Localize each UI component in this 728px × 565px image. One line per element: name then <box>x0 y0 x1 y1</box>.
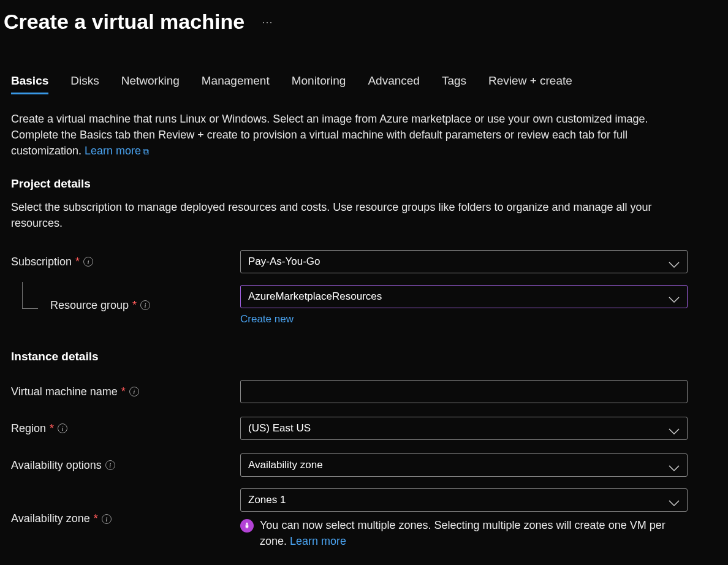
external-link-icon: ⧉ <box>143 146 149 156</box>
page-title: Create a virtual machine <box>4 10 245 34</box>
tab-monitoring[interactable]: Monitoring <box>292 70 346 94</box>
tab-bar: Basics Disks Networking Management Monit… <box>0 34 728 94</box>
availability-options-value: Availability zone <box>248 459 323 471</box>
zone-learn-more-link[interactable]: Learn more <box>290 535 346 547</box>
info-icon[interactable]: i <box>105 460 115 470</box>
subscription-select[interactable]: Pay-As-You-Go <box>240 250 688 273</box>
chevron-down-icon <box>669 425 680 431</box>
info-icon[interactable]: i <box>140 300 150 310</box>
tab-advanced[interactable]: Advanced <box>368 70 420 94</box>
tab-tags[interactable]: Tags <box>442 70 466 94</box>
tab-review-create[interactable]: Review + create <box>488 70 572 94</box>
tab-disks[interactable]: Disks <box>70 70 99 94</box>
info-icon[interactable]: i <box>129 387 139 396</box>
tab-networking[interactable]: Networking <box>121 70 180 94</box>
info-icon[interactable]: i <box>83 257 93 267</box>
tree-line <box>22 282 38 309</box>
rocket-icon <box>240 519 254 533</box>
project-details-desc: Select the subscription to manage deploy… <box>0 195 686 231</box>
chevron-down-icon <box>669 259 680 265</box>
chevron-down-icon <box>669 462 680 468</box>
region-label: Region * i <box>11 422 240 435</box>
chevron-down-icon <box>669 497 680 503</box>
more-actions-icon[interactable]: ⋯ <box>262 15 274 29</box>
info-icon[interactable]: i <box>58 423 67 433</box>
availability-options-label: Availability options i <box>11 459 240 472</box>
tab-management[interactable]: Management <box>202 70 270 94</box>
subscription-value: Pay-As-You-Go <box>248 256 320 268</box>
resource-group-value: AzureMarketplaceResources <box>248 290 382 303</box>
resource-group-label: Resource group * i <box>11 299 240 312</box>
availability-zone-select[interactable]: Zones 1 <box>240 488 688 512</box>
availability-options-select[interactable]: Availability zone <box>240 453 688 477</box>
availability-zone-value: Zones 1 <box>248 494 286 506</box>
availability-zone-note: You can now select multiple zones. Selec… <box>240 518 688 548</box>
instance-details-heading: Instance details <box>0 325 728 368</box>
required-star: * <box>50 422 54 435</box>
required-star: * <box>94 512 98 525</box>
intro-learn-more-link[interactable]: Learn more⧉ <box>85 145 149 157</box>
subscription-label: Subscription * i <box>11 256 240 268</box>
resource-group-select[interactable]: AzureMarketplaceResources <box>240 285 688 308</box>
create-new-link[interactable]: Create new <box>240 313 688 325</box>
required-star: * <box>132 299 137 312</box>
info-icon[interactable]: i <box>102 514 112 524</box>
project-details-heading: Project details <box>0 159 728 195</box>
vm-name-input[interactable] <box>240 380 688 403</box>
required-star: * <box>121 385 126 398</box>
availability-zone-label: Availability zone * i <box>11 512 240 525</box>
vm-name-label: Virtual machine name * i <box>11 385 240 398</box>
region-select[interactable]: (US) East US <box>240 417 688 440</box>
tab-basics[interactable]: Basics <box>11 70 48 94</box>
required-star: * <box>75 256 80 268</box>
chevron-down-icon <box>669 294 680 300</box>
region-value: (US) East US <box>248 422 311 434</box>
intro-text: Create a virtual machine that runs Linux… <box>0 94 686 159</box>
